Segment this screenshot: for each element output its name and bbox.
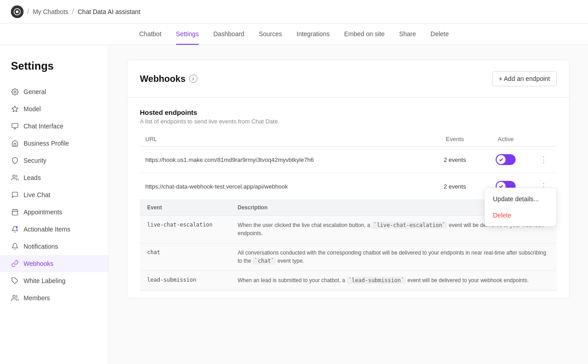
main-content: Webhooks i + Add an endpoint Hosted endp… bbox=[109, 45, 588, 364]
topbar: / My Chatbots / Chat Data AI assistant bbox=[0, 0, 588, 24]
chat-icon bbox=[11, 191, 19, 199]
col-header-active: Active bbox=[481, 132, 531, 147]
sidebar-item-security[interactable]: Security bbox=[0, 152, 108, 169]
sidebar-item-actionable-items[interactable]: Actionable Items bbox=[0, 221, 108, 238]
sidebar-item-live-chat-label: Live Chat bbox=[24, 191, 50, 199]
users-icon bbox=[11, 174, 19, 182]
gear-icon bbox=[11, 88, 19, 96]
sidebar-item-notifications-label: Notifications bbox=[24, 243, 58, 250]
endpoint-dropdown-menu: Update details... Delete bbox=[484, 188, 557, 227]
endpoint-events-2: 2 events bbox=[429, 173, 481, 200]
tab-chatbot[interactable]: Chatbot bbox=[139, 24, 162, 45]
sidebar-item-model[interactable]: Model bbox=[0, 100, 108, 118]
webhooks-title-text: Webhooks bbox=[140, 74, 186, 84]
breadcrumb-my-chatbots[interactable]: My Chatbots bbox=[33, 8, 68, 15]
breadcrumb-current-chatbot: Chat Data AI assistant bbox=[78, 8, 141, 15]
dropdown-update-details[interactable]: Update details... bbox=[485, 191, 556, 207]
sidebar-settings-title: Settings bbox=[0, 60, 108, 83]
tab-embed-on-site[interactable]: Embed on site bbox=[344, 24, 385, 45]
info-icon[interactable]: i bbox=[189, 75, 197, 83]
sidebar-item-leads[interactable]: Leads bbox=[0, 169, 108, 186]
svg-point-11 bbox=[16, 226, 18, 228]
hosted-endpoints-section: Hosted endpoints A list of endpoints to … bbox=[127, 98, 569, 298]
endpoint-events-1: 2 events bbox=[429, 147, 481, 173]
webhook-icon bbox=[11, 260, 19, 268]
brand-logo bbox=[11, 5, 24, 18]
svg-point-13 bbox=[13, 295, 15, 298]
table-row: https://chat-data-webhook-test.vercel.ap… bbox=[140, 173, 557, 200]
sidebar-item-white-labeling-label: White Labeling bbox=[24, 277, 66, 284]
sidebar-item-webhooks-label: Webhooks bbox=[24, 260, 53, 267]
event-name-1: chat bbox=[147, 249, 160, 255]
shield-icon bbox=[11, 156, 19, 165]
action-bell-icon bbox=[11, 225, 19, 233]
col-header-events: Events bbox=[429, 132, 481, 147]
tab-sources[interactable]: Sources bbox=[259, 24, 282, 45]
sidebar-item-notifications[interactable]: Notifications bbox=[0, 238, 108, 255]
dropdown-delete[interactable]: Delete bbox=[485, 207, 556, 223]
sidebar-item-leads-label: Leads bbox=[24, 174, 41, 181]
sidebar-item-business-profile-label: Business Profile bbox=[24, 140, 69, 147]
tab-dashboard[interactable]: Dashboard bbox=[213, 24, 244, 45]
event-name-2: lead-submission bbox=[147, 277, 196, 283]
svg-rect-7 bbox=[12, 210, 18, 215]
svg-marker-2 bbox=[12, 106, 18, 112]
svg-rect-3 bbox=[12, 123, 18, 128]
hosted-endpoints-subtitle: A list of endpoints to send live events … bbox=[140, 118, 557, 125]
event-desc-2: When an lead is submitted to your chatbo… bbox=[238, 277, 529, 284]
event-desc-1: All conversations conducted with the cor… bbox=[238, 250, 546, 265]
home-icon bbox=[11, 139, 19, 147]
monitor-icon bbox=[11, 122, 19, 130]
webhooks-header: Webhooks i + Add an endpoint bbox=[127, 60, 569, 98]
tab-share[interactable]: Share bbox=[399, 24, 416, 45]
event-name-0: live-chat-escalation bbox=[147, 222, 213, 228]
sidebar: Settings General Model bbox=[0, 45, 109, 364]
webhooks-title: Webhooks i bbox=[140, 74, 197, 84]
list-item: lead-submission When an lead is submitte… bbox=[140, 271, 557, 290]
table-row: https://hook.us1.make.com/81md9rar9rmyi3… bbox=[140, 147, 557, 173]
tab-integrations[interactable]: Integrations bbox=[296, 24, 330, 45]
endpoints-table: URL Events Active https://hook.us1.make.… bbox=[140, 132, 557, 291]
tab-settings[interactable]: Settings bbox=[176, 24, 199, 45]
tabnav: Chatbot Settings Dashboard Sources Integ… bbox=[0, 24, 588, 45]
sidebar-item-appointments[interactable]: Appointments bbox=[0, 203, 108, 221]
sidebar-item-white-labeling[interactable]: White Labeling bbox=[0, 272, 108, 289]
sidebar-item-general-label: General bbox=[24, 88, 46, 95]
hosted-endpoints-title: Hosted endpoints bbox=[140, 109, 557, 116]
list-item: chat All conversations conducted with th… bbox=[140, 243, 557, 271]
endpoint-menu-1[interactable]: ⋮ bbox=[536, 153, 551, 166]
sidebar-item-members-label: Members bbox=[24, 294, 50, 302]
tab-delete[interactable]: Delete bbox=[430, 24, 449, 45]
webhooks-card: Webhooks i + Add an endpoint Hosted endp… bbox=[127, 60, 570, 298]
sidebar-item-security-label: Security bbox=[24, 157, 47, 164]
svg-point-1 bbox=[14, 91, 16, 93]
svg-point-6 bbox=[13, 175, 15, 177]
sidebar-item-live-chat[interactable]: Live Chat bbox=[0, 186, 108, 203]
page-layout: Settings General Model bbox=[0, 45, 588, 364]
sidebar-item-chat-interface-label: Chat Interface bbox=[24, 123, 63, 130]
sidebar-item-members[interactable]: Members bbox=[0, 289, 108, 307]
sidebar-item-model-label: Model bbox=[24, 105, 41, 113]
group-icon bbox=[11, 294, 19, 302]
add-endpoint-button[interactable]: + Add an endpoint bbox=[492, 71, 557, 86]
endpoint-url-2: https://chat-data-webhook-test.vercel.ap… bbox=[145, 183, 288, 190]
sidebar-item-general[interactable]: General bbox=[0, 83, 108, 100]
col-header-url: URL bbox=[140, 132, 429, 147]
sidebar-item-chat-interface[interactable]: Chat Interface bbox=[0, 118, 108, 135]
star-icon bbox=[11, 105, 19, 113]
calendar-icon bbox=[11, 208, 19, 216]
sidebar-item-webhooks[interactable]: Webhooks bbox=[0, 255, 108, 272]
sub-col-event: Event bbox=[140, 200, 230, 216]
tag-icon bbox=[11, 277, 19, 285]
sidebar-item-actionable-items-label: Actionable Items bbox=[24, 226, 71, 233]
sidebar-item-appointments-label: Appointments bbox=[24, 208, 62, 216]
breadcrumb-sep-1: / bbox=[27, 8, 29, 16]
toggle-1[interactable] bbox=[496, 154, 516, 165]
breadcrumb-sep-2: / bbox=[72, 8, 74, 16]
sidebar-item-business-profile[interactable]: Business Profile bbox=[0, 135, 108, 152]
bell-icon bbox=[11, 242, 19, 251]
endpoint-url-1: https://hook.us1.make.com/81md9rar9rmyi3… bbox=[145, 156, 314, 163]
